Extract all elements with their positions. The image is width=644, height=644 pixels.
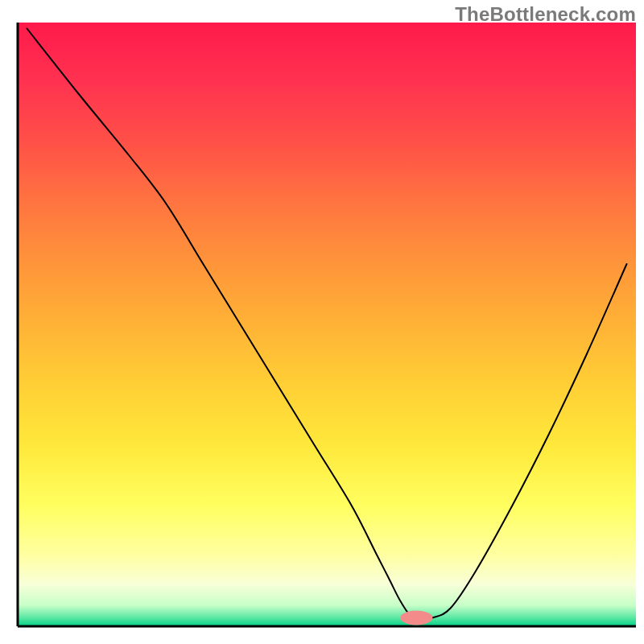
optimal-marker [400, 611, 432, 625]
watermark-label: TheBottleneck.com [455, 3, 636, 26]
bottleneck-chart [0, 0, 644, 644]
plot-background [18, 23, 636, 626]
chart-container: TheBottleneck.com [0, 0, 644, 644]
